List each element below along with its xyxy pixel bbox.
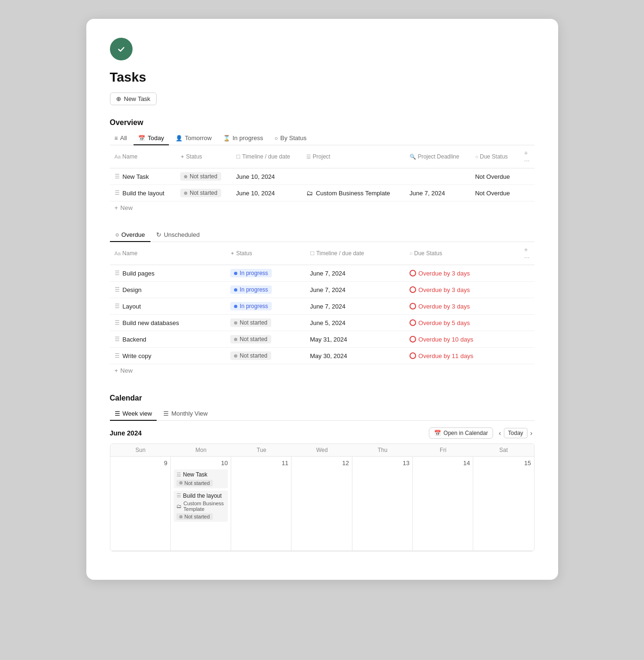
task-project-cell: 🗂Custom Business Template bbox=[301, 185, 405, 201]
task-due-status-cell: Not Overdue bbox=[470, 185, 519, 201]
overdue-add-new[interactable]: + New bbox=[110, 364, 535, 377]
calendar-task[interactable]: ☰ Build the layout 🗂Custom Business Temp… bbox=[174, 491, 228, 522]
overview-add-new[interactable]: + New bbox=[110, 201, 535, 214]
overdue-date-cell: May 31, 2024 bbox=[305, 331, 405, 348]
overdue-name-cell[interactable]: ☰ Design bbox=[110, 282, 226, 298]
cal-task-name: ☰ Build the layout bbox=[176, 493, 225, 499]
overdue-task-name: Write copy bbox=[123, 352, 151, 359]
overdue-due-status-cell: Overdue by 3 days bbox=[405, 282, 519, 298]
col-name: Aa Name bbox=[110, 145, 176, 168]
overview-heading: Overview bbox=[110, 118, 535, 127]
today-badge: 10 bbox=[221, 459, 228, 467]
col-project: ☰ Project bbox=[301, 145, 405, 168]
task-project-cell bbox=[301, 168, 405, 185]
task-date-cell: June 10, 2024 bbox=[231, 168, 301, 185]
next-week-button[interactable]: › bbox=[528, 428, 535, 438]
column-options-button[interactable]: ··· bbox=[524, 157, 530, 164]
add-col-overdue-btn[interactable]: + bbox=[524, 246, 528, 253]
tab-today[interactable]: 📅 Today bbox=[134, 132, 169, 145]
calendar-task[interactable]: ☰ New Task Not started bbox=[174, 469, 228, 488]
plus-icon: ⊕ bbox=[116, 95, 121, 102]
table-row: ☰ Build pages In progress June 7, 2024 O… bbox=[110, 265, 535, 282]
overdue-status-cell[interactable]: In progress bbox=[226, 282, 305, 298]
tab-tomorrow[interactable]: 👤 Tomorrow bbox=[171, 132, 217, 145]
cal-task-status: Not started bbox=[176, 480, 213, 486]
overdue-name-cell[interactable]: ☰ Backend bbox=[110, 331, 226, 348]
today-button[interactable]: Today bbox=[504, 428, 527, 438]
overdue-name-cell[interactable]: ☰ Build pages bbox=[110, 265, 226, 282]
overdue-status-cell[interactable]: Not started bbox=[226, 331, 305, 348]
new-task-button[interactable]: ⊕ New Task bbox=[110, 92, 157, 105]
table-row: ☰ Build the layout Not started June 10, … bbox=[110, 185, 535, 201]
task-icon: ☰ bbox=[115, 336, 120, 343]
col-opts-overdue-btn[interactable]: ··· bbox=[524, 253, 530, 261]
cal-task-icon: ☰ bbox=[176, 472, 181, 478]
cal-task-icon: ☰ bbox=[176, 493, 181, 499]
overdue-status-cell[interactable]: Not started bbox=[226, 315, 305, 331]
day-number: 9 bbox=[113, 459, 167, 467]
day-number: 15 bbox=[476, 459, 531, 467]
open-in-calendar-button[interactable]: 📅 Open in Calendar bbox=[429, 427, 493, 439]
overdue-status-cell[interactable]: In progress bbox=[226, 298, 305, 315]
task-date-cell: June 10, 2024 bbox=[231, 185, 301, 201]
overdue-circle-icon bbox=[410, 319, 416, 326]
week-view-icon: ☰ bbox=[115, 410, 120, 417]
task-status-cell[interactable]: Not started bbox=[176, 185, 231, 201]
overdue-circle-icon bbox=[410, 270, 416, 276]
day-cell: 15 bbox=[473, 457, 534, 551]
add-column-button[interactable]: + bbox=[524, 149, 528, 157]
col-add[interactable]: + ··· bbox=[519, 145, 535, 168]
overdue-status-cell[interactable]: In progress bbox=[226, 265, 305, 282]
day-cell: 14 bbox=[413, 457, 473, 551]
overdue-task-name: Design bbox=[123, 286, 142, 293]
task-status-cell[interactable]: Not started bbox=[176, 168, 231, 185]
col-timeline-overdue: ☐ Timeline / due date bbox=[305, 242, 405, 265]
prev-week-button[interactable]: ‹ bbox=[497, 428, 503, 438]
task-icon: ☰ bbox=[115, 190, 120, 196]
calendar-small-icon: 📅 bbox=[434, 430, 441, 436]
task-name-cell[interactable]: ☰ New Task bbox=[110, 168, 176, 185]
overdue-due-status-cell: Overdue by 3 days bbox=[405, 298, 519, 315]
day-cell: 13 bbox=[352, 457, 413, 551]
overdue-date-cell: June 5, 2024 bbox=[305, 315, 405, 331]
overview-tab-bar: ≡ All 📅 Today 👤 Tomorrow ⌛ In progress ○… bbox=[110, 132, 535, 145]
day-header: Sat bbox=[473, 444, 534, 457]
overdue-date-cell: May 30, 2024 bbox=[305, 348, 405, 364]
plus-icon-overdue: + bbox=[115, 367, 118, 374]
tab-by-status[interactable]: ○ By Status bbox=[270, 132, 311, 145]
overdue-table: Aa Name ✦ Status ☐ Timeline / due date ○… bbox=[110, 242, 535, 364]
person-icon: 👤 bbox=[176, 135, 183, 142]
task-name: New Task bbox=[123, 173, 149, 180]
day-number: 13 bbox=[355, 459, 410, 467]
col-due-status-overdue: ○ Due Status bbox=[405, 242, 519, 265]
overdue-due-status-cell: Overdue by 11 days bbox=[405, 348, 519, 364]
table-row: ☰ Build new databases Not started June 5… bbox=[110, 315, 535, 331]
task-name-cell[interactable]: ☰ Build the layout bbox=[110, 185, 176, 201]
day-header: Fri bbox=[413, 444, 473, 457]
overdue-name-cell[interactable]: ☰ Layout bbox=[110, 298, 226, 315]
app-container: Tasks ⊕ New Task Overview ≡ All 📅 Today … bbox=[86, 19, 558, 580]
subtab-overdue[interactable]: ○ Overdue bbox=[110, 228, 151, 242]
overdue-name-cell[interactable]: ☰ Write copy bbox=[110, 348, 226, 364]
overdue-name-cell[interactable]: ☰ Build new databases bbox=[110, 315, 226, 331]
day-header: Tue bbox=[231, 444, 292, 457]
task-name: Build the layout bbox=[123, 190, 165, 197]
task-icon: ☰ bbox=[115, 303, 120, 309]
col-status-overdue: ✦ Status bbox=[226, 242, 305, 265]
cal-project-label: 🗂Custom Business Template bbox=[176, 501, 225, 512]
tab-in-progress[interactable]: ⌛ In progress bbox=[218, 132, 268, 145]
table-row: ☰ Design In progress June 7, 2024 Overdu… bbox=[110, 282, 535, 298]
app-logo bbox=[110, 38, 133, 60]
calendar-controls: 📅 Open in Calendar ‹ Today › bbox=[429, 427, 534, 439]
task-deadline-cell: June 7, 2024 bbox=[405, 185, 470, 201]
col-add-overdue[interactable]: + ··· bbox=[519, 242, 535, 265]
cal-tab-week[interactable]: ☰ Week view bbox=[110, 407, 157, 421]
hourglass-icon: ⌛ bbox=[223, 135, 230, 142]
tab-all[interactable]: ≡ All bbox=[110, 132, 132, 145]
overdue-task-name: Layout bbox=[123, 303, 141, 310]
overdue-status-cell[interactable]: Not started bbox=[226, 348, 305, 364]
calendar-icon: 📅 bbox=[138, 135, 145, 142]
subtab-unscheduled[interactable]: ↻ Unscheduled bbox=[151, 228, 205, 242]
plus-icon-small: + bbox=[115, 204, 118, 211]
cal-tab-month[interactable]: ☰ Monthly View bbox=[159, 407, 212, 421]
